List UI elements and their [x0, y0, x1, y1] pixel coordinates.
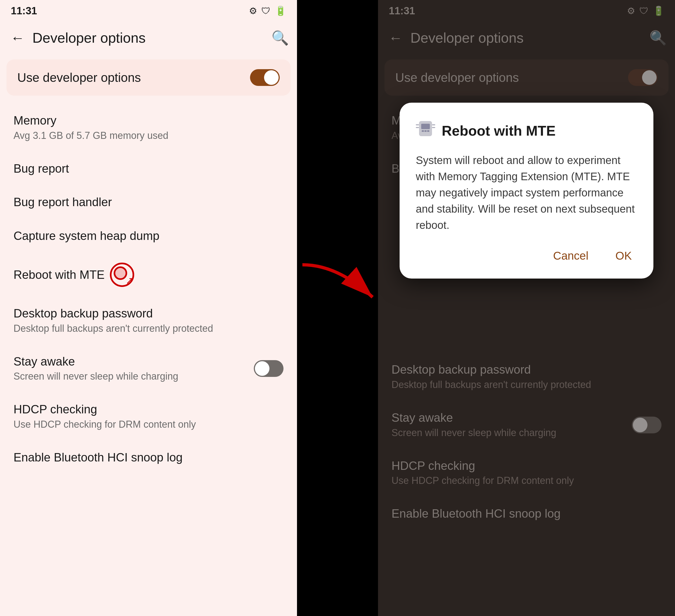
bug-report-handler-item-left[interactable]: Bug report handler	[0, 185, 297, 219]
hdcp-title-right: HDCP checking	[391, 459, 662, 473]
bluetooth-hci-item-right[interactable]: Enable Bluetooth HCI snoop log	[378, 497, 675, 531]
svg-rect-4	[425, 130, 427, 132]
dev-options-toggle-right[interactable]	[628, 69, 658, 86]
hdcp-title-left: HDCP checking	[13, 402, 284, 417]
search-button-right[interactable]: 🔍	[649, 30, 667, 46]
settings-status-icon-left: ⚙	[249, 5, 257, 16]
status-bar-right: 11:31 ⚙ 🛡 🔋	[378, 0, 675, 22]
settings-status-icon-right: ⚙	[627, 5, 635, 16]
status-bar-left: 11:31 ⚙ 🛡 🔋	[0, 0, 297, 22]
stay-awake-subtitle-left: Screen will never sleep while charging	[13, 370, 254, 383]
memory-item-left[interactable]: Memory Avg 3.1 GB of 5.7 GB memory used	[0, 104, 297, 152]
dialog-body: System will reboot and allow to experime…	[416, 152, 637, 233]
cursor-icon-left: ↗	[126, 275, 134, 286]
right-panel: 11:31 ⚙ 🛡 🔋 ← Developer options 🔍 Use de…	[378, 0, 675, 616]
shield-status-icon-right: 🛡	[640, 6, 649, 16]
toggle-thumb-right	[642, 70, 657, 85]
hdcp-subtitle-right: Use HDCP checking for DRM content only	[391, 474, 662, 487]
settings-list-left: Memory Avg 3.1 GB of 5.7 GB memory used …	[0, 101, 297, 616]
mte-dialog-icon-svg	[416, 119, 435, 138]
bluetooth-hci-title-left: Enable Bluetooth HCI snoop log	[13, 451, 284, 465]
svg-rect-8	[432, 124, 435, 125]
backup-password-title-left: Desktop backup password	[13, 306, 284, 321]
svg-rect-6	[416, 124, 419, 125]
reboot-mte-dialog: Reboot with MTE System will reboot and a…	[399, 102, 653, 279]
page-title-left: Developer options	[32, 30, 266, 46]
stay-awake-title-left: Stay awake	[13, 354, 254, 369]
heap-dump-title-left: Capture system heap dump	[13, 229, 284, 243]
shield-status-icon-left: 🛡	[261, 6, 271, 16]
stay-awake-toggle-left[interactable]	[254, 360, 284, 377]
hdcp-item-left[interactable]: HDCP checking Use HDCP checking for DRM …	[0, 393, 297, 441]
wifi-status-icon-right: 🔋	[653, 5, 664, 16]
dev-options-label-right: Use developer options	[395, 70, 519, 85]
status-icons-right: ⚙ 🛡 🔋	[627, 5, 664, 16]
status-icons-left: ⚙ 🛡 🔋	[249, 5, 286, 16]
mte-item-left[interactable]: Reboot with MTE ↗	[0, 253, 297, 297]
svg-rect-5	[427, 130, 429, 132]
stay-awake-title-right: Stay awake	[391, 411, 632, 425]
stay-awake-subtitle-right: Screen will never sleep while charging	[391, 427, 632, 439]
backup-password-subtitle-left: Desktop full backups aren't currently pr…	[13, 322, 284, 335]
status-time-left: 11:31	[11, 5, 37, 17]
stay-awake-item-left[interactable]: Stay awake Screen will never sleep while…	[0, 345, 297, 393]
stay-awake-item-right[interactable]: Stay awake Screen will never sleep while…	[378, 401, 675, 449]
heap-dump-item-left[interactable]: Capture system heap dump	[0, 219, 297, 253]
center-divider	[297, 0, 378, 616]
svg-rect-3	[422, 130, 424, 132]
svg-rect-7	[416, 127, 419, 128]
back-button-right[interactable]: ←	[386, 30, 405, 46]
app-bar-right: ← Developer options 🔍	[378, 22, 675, 54]
svg-rect-9	[432, 127, 435, 128]
dialog-icon	[416, 119, 435, 142]
dialog-cancel-button[interactable]: Cancel	[548, 247, 594, 265]
bug-report-item-left[interactable]: Bug report	[0, 152, 297, 186]
bug-report-handler-title-left: Bug report handler	[13, 195, 284, 209]
hdcp-item-right[interactable]: HDCP checking Use HDCP checking for DRM …	[378, 449, 675, 497]
app-bar-left: ← Developer options 🔍	[0, 22, 297, 54]
backup-password-item-right[interactable]: Desktop backup password Desktop full bac…	[378, 353, 675, 401]
bug-report-title-left: Bug report	[13, 161, 284, 176]
backup-password-item-left[interactable]: Desktop backup password Desktop full bac…	[0, 297, 297, 345]
status-time-right: 11:31	[389, 5, 415, 17]
svg-rect-2	[421, 124, 430, 129]
dialog-title: Reboot with MTE	[442, 123, 556, 139]
bluetooth-hci-item-left[interactable]: Enable Bluetooth HCI snoop log	[0, 441, 297, 474]
dev-options-label-left: Use developer options	[17, 70, 141, 85]
toggle-thumb-left	[264, 70, 279, 85]
page-title-right: Developer options	[410, 30, 644, 46]
backup-password-title-right: Desktop backup password	[391, 362, 662, 377]
hdcp-subtitle-left: Use HDCP checking for DRM content only	[13, 418, 284, 431]
dev-options-card-right[interactable]: Use developer options	[384, 59, 669, 96]
mte-title-left: Reboot with MTE	[13, 268, 104, 282]
search-button-left[interactable]: 🔍	[271, 30, 289, 46]
click-indicator-left: ↗	[110, 263, 134, 287]
stay-awake-toggle-thumb-left	[255, 361, 270, 376]
dialog-header: Reboot with MTE	[416, 119, 637, 142]
stay-awake-toggle-right[interactable]	[632, 417, 662, 433]
memory-subtitle-left: Avg 3.1 GB of 5.7 GB memory used	[13, 129, 284, 142]
dialog-actions: Cancel OK	[416, 247, 637, 265]
dev-options-toggle-left[interactable]	[250, 69, 280, 86]
memory-title-left: Memory	[13, 114, 284, 128]
back-button-left[interactable]: ←	[8, 30, 27, 46]
dev-options-card-left[interactable]: Use developer options	[6, 59, 291, 96]
left-panel: 11:31 ⚙ 🛡 🔋 ← Developer options 🔍 Use de…	[0, 0, 297, 616]
wifi-status-icon-left: 🔋	[275, 5, 286, 16]
backup-password-subtitle-right: Desktop full backups aren't currently pr…	[391, 379, 662, 391]
annotation-arrow	[297, 0, 378, 616]
dialog-ok-button[interactable]: OK	[610, 247, 637, 265]
bluetooth-hci-title-right: Enable Bluetooth HCI snoop log	[391, 506, 662, 521]
